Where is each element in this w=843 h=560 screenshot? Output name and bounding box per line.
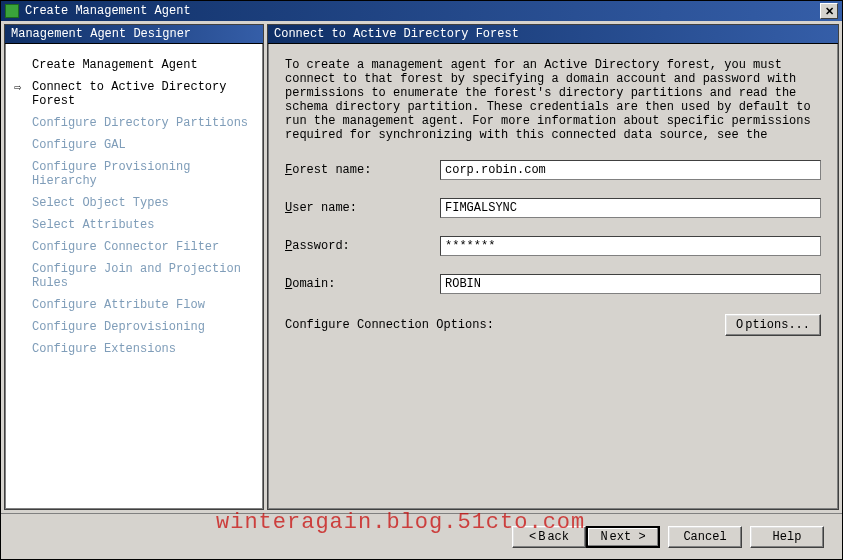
next-button[interactable]: Next > — [586, 526, 660, 548]
user-row: User name: — [285, 198, 821, 218]
options-button[interactable]: Options... — [725, 314, 821, 336]
step-list: Create Management Agent ⇨Connect to Acti… — [12, 54, 256, 360]
step-item[interactable]: Create Management Agent — [12, 54, 256, 76]
step-item[interactable]: Configure Directory Partitions — [12, 112, 256, 134]
domain-label: Domain: — [285, 277, 440, 291]
domain-input[interactable] — [440, 274, 821, 294]
forest-row: Forest name: — [285, 160, 821, 180]
user-input[interactable] — [440, 198, 821, 218]
password-row: Password: — [285, 236, 821, 256]
dialog-window: Create Management Agent ✕ Management Age… — [0, 0, 843, 560]
back-button[interactable]: < Back — [512, 526, 586, 548]
help-button[interactable]: Help — [750, 526, 824, 548]
password-input[interactable] — [440, 236, 821, 256]
step-item-current[interactable]: ⇨Connect to Active Directory Forest — [12, 76, 256, 112]
step-item[interactable]: Configure Attribute Flow — [12, 294, 256, 316]
step-item[interactable]: Configure GAL — [12, 134, 256, 156]
connection-options-row: Configure Connection Options: Options... — [285, 314, 821, 336]
step-item[interactable]: Configure Deprovisioning — [12, 316, 256, 338]
description-text: To create a management agent for an Acti… — [285, 58, 821, 142]
left-panel-header: Management Agent Designer — [5, 25, 263, 44]
window-title: Create Management Agent — [25, 4, 820, 18]
step-item[interactable]: Configure Provisioning Hierarchy — [12, 156, 256, 192]
titlebar: Create Management Agent ✕ — [1, 1, 842, 21]
user-label: User name: — [285, 201, 440, 215]
arrow-icon: ⇨ — [14, 80, 21, 95]
step-item[interactable]: Configure Connector Filter — [12, 236, 256, 258]
app-icon — [5, 4, 19, 18]
step-item[interactable]: Configure Join and Projection Rules — [12, 258, 256, 294]
left-panel: Management Agent Designer Create Managem… — [4, 24, 264, 510]
password-label: Password: — [285, 239, 440, 253]
forest-input[interactable] — [440, 160, 821, 180]
cancel-button[interactable]: Cancel — [668, 526, 742, 548]
right-panel-body: To create a management agent for an Acti… — [268, 44, 838, 509]
step-item[interactable]: Select Attributes — [12, 214, 256, 236]
right-panel: Connect to Active Directory Forest To cr… — [267, 24, 839, 510]
nav-button-pair: < Back Next > — [512, 526, 660, 548]
content-area: Management Agent Designer Create Managem… — [1, 21, 842, 513]
left-panel-body: Create Management Agent ⇨Connect to Acti… — [5, 44, 263, 509]
close-button[interactable]: ✕ — [820, 3, 838, 19]
step-item[interactable]: Select Object Types — [12, 192, 256, 214]
right-panel-header: Connect to Active Directory Forest — [268, 25, 838, 44]
domain-row: Domain: — [285, 274, 821, 294]
footer: < Back Next > Cancel Help — [1, 513, 842, 559]
step-item[interactable]: Configure Extensions — [12, 338, 256, 360]
forest-label: Forest name: — [285, 163, 440, 177]
connection-options-label: Configure Connection Options: — [285, 318, 494, 332]
